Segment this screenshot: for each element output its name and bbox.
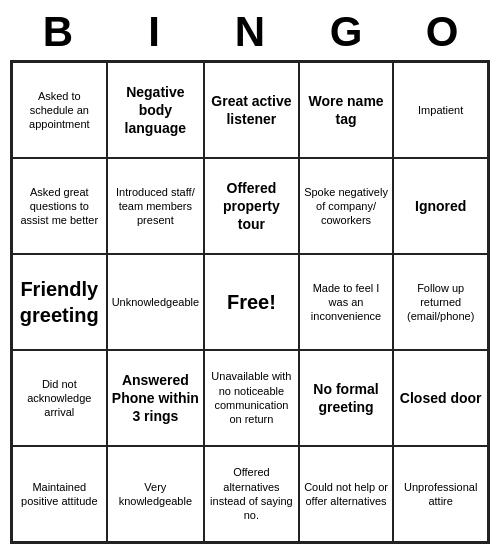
cell-2-0: Friendly greeting	[12, 254, 107, 350]
cell-2-3: Made to feel I was an inconvenience	[299, 254, 394, 350]
cell-1-1: Introduced staff/ team members present	[107, 158, 204, 254]
cell-2-4: Follow up returned (email/phone)	[393, 254, 488, 350]
bingo-letter: G	[306, 8, 386, 56]
cell-3-1: Answered Phone within 3 rings	[107, 350, 204, 446]
cell-3-2: Unavailable with no noticeable communica…	[204, 350, 299, 446]
bingo-letter: O	[402, 8, 482, 56]
bingo-letter: I	[114, 8, 194, 56]
cell-3-3: No formal greeting	[299, 350, 394, 446]
cell-2-1: Unknowledgeable	[107, 254, 204, 350]
cell-0-4: Impatient	[393, 62, 488, 158]
cell-0-1: Negative body language	[107, 62, 204, 158]
cell-0-3: Wore name tag	[299, 62, 394, 158]
cell-3-4: Closed door	[393, 350, 488, 446]
cell-4-2: Offered alternatives instead of saying n…	[204, 446, 299, 542]
cell-3-0: Did not acknowledge arrival	[12, 350, 107, 446]
bingo-letter: N	[210, 8, 290, 56]
cell-1-0: Asked great questions to assist me bette…	[12, 158, 107, 254]
bingo-letter: B	[18, 8, 98, 56]
cell-2-2: Free!	[204, 254, 299, 350]
cell-1-3: Spoke negatively of company/ coworkers	[299, 158, 394, 254]
cell-0-0: Asked to schedule an appointment	[12, 62, 107, 158]
cell-4-1: Very knowledgeable	[107, 446, 204, 542]
cell-4-0: Maintained positive attitude	[12, 446, 107, 542]
cell-1-2: Offered property tour	[204, 158, 299, 254]
cell-4-4: Unprofessional attire	[393, 446, 488, 542]
cell-0-2: Great active listener	[204, 62, 299, 158]
cell-1-4: Ignored	[393, 158, 488, 254]
cell-4-3: Could not help or offer alternatives	[299, 446, 394, 542]
bingo-title: BINGO	[10, 0, 490, 60]
bingo-grid: Asked to schedule an appointmentNegative…	[10, 60, 490, 544]
